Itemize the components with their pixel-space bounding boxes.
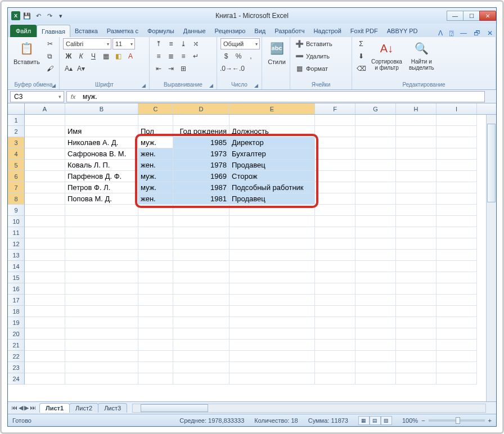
select-all-corner[interactable] [8, 103, 25, 114]
cell[interactable]: жен. [138, 160, 173, 171]
cell[interactable] [230, 115, 315, 126]
ribbon-tab[interactable]: Формулы [143, 25, 179, 37]
cell[interactable]: Имя [65, 126, 138, 137]
font-color-button[interactable]: A [125, 51, 136, 62]
cell[interactable] [230, 238, 315, 250]
file-tab[interactable]: Файл [10, 25, 37, 37]
formula-input[interactable]: муж. [79, 93, 484, 101]
border-button[interactable]: ▦ [100, 51, 111, 62]
cell[interactable] [173, 261, 230, 272]
cell[interactable] [356, 227, 396, 238]
cell[interactable]: муж. [138, 137, 173, 148]
cell[interactable] [396, 306, 436, 317]
cell[interactable] [315, 328, 356, 340]
cell[interactable] [25, 328, 65, 340]
cell[interactable] [356, 193, 396, 205]
cell[interactable] [25, 216, 65, 227]
cell[interactable] [25, 227, 65, 238]
doc-close-icon[interactable]: ✕ [484, 29, 496, 37]
format-painter-icon[interactable]: 🖌 [44, 63, 56, 74]
fill-color-button[interactable]: ◧ [112, 51, 124, 62]
cell[interactable] [25, 295, 65, 306]
cell[interactable] [315, 193, 356, 205]
row-header[interactable]: 4 [8, 148, 25, 160]
delete-cells-icon[interactable]: ➖ [294, 51, 305, 62]
align-top-icon[interactable]: ⤒ [153, 38, 164, 49]
cell[interactable] [436, 283, 477, 295]
row-header[interactable]: 13 [8, 250, 25, 261]
cell[interactable] [315, 283, 356, 295]
decrease-font-icon[interactable]: A▾ [75, 63, 87, 74]
cell[interactable]: Сторож [230, 171, 315, 182]
cell[interactable] [315, 115, 356, 126]
cell[interactable] [396, 126, 436, 137]
cell[interactable] [65, 340, 138, 351]
cell[interactable]: 1987 [173, 182, 230, 193]
cell[interactable] [173, 227, 230, 238]
cell[interactable]: 1985 [173, 137, 230, 148]
cell[interactable] [230, 283, 315, 295]
view-pagebreak-button[interactable]: ▧ [381, 416, 392, 425]
cell[interactable] [396, 171, 436, 182]
cell[interactable] [25, 148, 65, 160]
cell[interactable] [138, 306, 173, 317]
doc-min-icon[interactable]: — [457, 29, 470, 37]
copy-icon[interactable]: ⧉ [44, 51, 56, 62]
paste-button[interactable]: 📋 Вставить [11, 38, 42, 66]
cell[interactable] [356, 272, 396, 283]
row-header[interactable]: 14 [8, 261, 25, 272]
cell[interactable] [436, 351, 477, 362]
cell[interactable] [396, 362, 436, 373]
cell[interactable] [138, 115, 173, 126]
cell[interactable] [173, 317, 230, 328]
cell[interactable] [65, 328, 138, 340]
cell[interactable] [230, 216, 315, 227]
cell[interactable] [315, 137, 356, 148]
cell[interactable] [396, 250, 436, 261]
cell[interactable] [138, 340, 173, 351]
cell[interactable] [396, 340, 436, 351]
cell[interactable] [315, 261, 356, 272]
cell[interactable] [315, 362, 356, 373]
cell[interactable] [230, 261, 315, 272]
cell[interactable] [138, 362, 173, 373]
cell[interactable] [315, 373, 356, 385]
cell[interactable] [356, 373, 396, 385]
styles-button[interactable]: 🔤 Стили [266, 38, 288, 66]
cell[interactable] [25, 261, 65, 272]
row-header[interactable]: 5 [8, 160, 25, 171]
cell[interactable] [25, 126, 65, 137]
cell[interactable] [396, 351, 436, 362]
qat-more-icon[interactable]: ▾ [56, 11, 65, 20]
cell[interactable] [65, 351, 138, 362]
cell[interactable] [230, 250, 315, 261]
column-header[interactable]: C [138, 103, 173, 114]
cell[interactable] [138, 227, 173, 238]
cell[interactable] [396, 295, 436, 306]
ribbon-tab[interactable]: Главная [37, 25, 70, 37]
sort-filter-button[interactable]: A↓ Сортировка и фильтр [369, 38, 404, 72]
cell[interactable] [436, 171, 477, 182]
cell[interactable] [25, 351, 65, 362]
cell[interactable] [230, 295, 315, 306]
cell[interactable]: 1981 [173, 193, 230, 205]
cell[interactable]: Должность [230, 126, 315, 137]
worksheet-grid[interactable]: ABCDEFGHI 12ИмяПолГод рожденияДолжность3… [8, 103, 496, 401]
cell[interactable] [356, 216, 396, 227]
cell[interactable] [436, 272, 477, 283]
cell[interactable] [315, 227, 356, 238]
cell[interactable] [315, 250, 356, 261]
cell[interactable] [396, 160, 436, 171]
cell[interactable] [315, 148, 356, 160]
cell[interactable] [25, 317, 65, 328]
row-header[interactable]: 10 [8, 216, 25, 227]
align-right-icon[interactable]: ≡ [178, 51, 189, 62]
comma-icon[interactable]: , [245, 51, 256, 62]
delete-cells-label[interactable]: Удалить [306, 53, 330, 60]
format-cells-label[interactable]: Формат [306, 65, 328, 72]
dialog-launcher-icon[interactable]: ◢ [254, 83, 258, 88]
cell[interactable] [173, 115, 230, 126]
cell[interactable] [436, 362, 477, 373]
cell[interactable] [65, 306, 138, 317]
vertical-scrollbar[interactable] [486, 115, 496, 401]
